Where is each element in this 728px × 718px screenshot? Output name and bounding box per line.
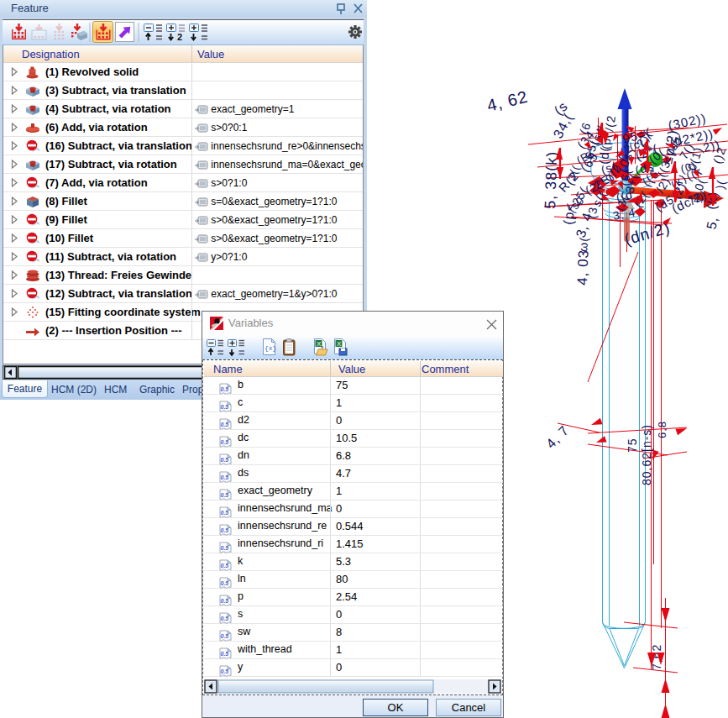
svg-text:6,8: 6,8 xyxy=(656,421,668,438)
svg-text:0.5: 0.5 xyxy=(221,633,229,639)
svg-text:0.5: 0.5 xyxy=(221,439,229,445)
svg-text:0.5: 0.5 xyxy=(221,651,229,657)
svg-text:{x}: {x} xyxy=(264,344,276,352)
svg-text:0.5: 0.5 xyxy=(221,474,229,480)
svg-text:34,(: 34,( xyxy=(551,111,576,141)
svg-text:2: 2 xyxy=(177,32,182,42)
svg-text:75: 75 xyxy=(626,438,639,453)
svg-text:0.5: 0.5 xyxy=(221,545,229,551)
svg-text:4, 03: 4, 03 xyxy=(574,249,591,286)
svg-text:0.5: 0.5 xyxy=(221,492,229,498)
svg-text:0.5: 0.5 xyxy=(221,404,229,410)
svg-text:0.5: 0.5 xyxy=(221,527,229,533)
svg-text:X: X xyxy=(337,340,342,348)
svg-text:4, 62: 4, 62 xyxy=(485,87,530,115)
svg-text:5,: 5, xyxy=(704,215,720,231)
svg-text:80,62[n-s): 80,62[n-s) xyxy=(640,424,653,485)
svg-text:(3: (3 xyxy=(584,206,600,220)
svg-text:0.5: 0.5 xyxy=(221,563,229,569)
svg-text:0.5: 0.5 xyxy=(221,386,229,392)
svg-text:0.5: 0.5 xyxy=(221,580,229,586)
svg-text:0.5: 0.5 xyxy=(221,598,229,604)
svg-text:ω(: ω( xyxy=(576,236,590,252)
svg-text:0.5: 0.5 xyxy=(221,616,229,621)
svg-text:0.5: 0.5 xyxy=(221,668,229,674)
svg-text:0.5: 0.5 xyxy=(221,457,229,463)
svg-text:0.5: 0.5 xyxy=(221,422,229,427)
svg-text:)(: )( xyxy=(713,179,728,191)
svg-text:0.5: 0.5 xyxy=(221,510,229,516)
svg-text:/(2: /(2 xyxy=(602,114,618,133)
svg-text:4, 7: 4, 7 xyxy=(543,422,572,451)
